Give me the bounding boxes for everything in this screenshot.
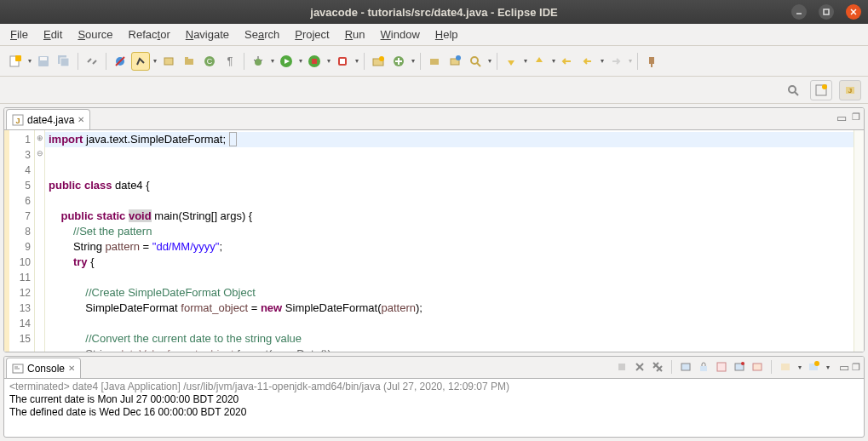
console-minimize-icon[interactable]: ▭ xyxy=(839,361,849,374)
console-maximize-icon[interactable]: ❐ xyxy=(852,362,860,373)
new-java-project-button[interactable] xyxy=(159,52,178,71)
show-on-output-button[interactable] xyxy=(732,359,747,375)
editor-tab-bar: J date4.java ✕ ▭ ❐ xyxy=(4,108,864,130)
word-wrap-button[interactable] xyxy=(714,359,729,375)
console-tab-close-icon[interactable]: ✕ xyxy=(68,364,75,373)
remove-launch-button[interactable] xyxy=(632,359,647,375)
svg-text:C: C xyxy=(207,57,213,66)
menu-refactor[interactable]: Refactor xyxy=(122,26,177,43)
svg-rect-26 xyxy=(340,59,345,64)
editor-tab-close-icon[interactable]: ✕ xyxy=(78,115,84,124)
quick-search-icon[interactable] xyxy=(784,81,802,100)
minimize-view-icon[interactable]: ▭ xyxy=(836,112,847,124)
ext-tools-dropdown[interactable]: ▾ xyxy=(353,57,360,65)
new-plugin-dropdown[interactable]: ▾ xyxy=(409,57,417,65)
last-edit-button[interactable] xyxy=(558,52,577,71)
java-perspective-button[interactable]: J xyxy=(839,80,861,100)
menu-run[interactable]: Run xyxy=(338,26,372,43)
new-java-project-button-2[interactable] xyxy=(369,52,388,71)
svg-rect-63 xyxy=(781,364,790,370)
console-tab-bar: Console ✕ ▾ ▾ ▭ ❐ xyxy=(4,357,864,379)
toggle-mark-occurrences-button[interactable] xyxy=(131,52,150,71)
open-console-button[interactable] xyxy=(806,359,821,375)
svg-point-32 xyxy=(456,55,461,60)
svg-rect-1 xyxy=(824,9,829,14)
open-perspective-button[interactable] xyxy=(810,80,832,100)
window-close-button[interactable] xyxy=(846,4,861,20)
svg-marker-35 xyxy=(508,60,514,66)
clear-console-button[interactable] xyxy=(678,359,693,375)
skip-breakpoints-button[interactable] xyxy=(111,52,129,71)
toggle-pilcrow-button[interactable]: ¶ xyxy=(221,52,239,71)
run-button[interactable] xyxy=(277,52,296,71)
menu-window[interactable]: Window xyxy=(374,26,427,43)
prev-annotation-dropdown[interactable]: ▾ xyxy=(549,57,557,65)
menu-help[interactable]: Help xyxy=(428,26,465,43)
console-launch-info: <terminated> date4 [Java Application] /u… xyxy=(9,381,859,393)
svg-point-65 xyxy=(814,361,819,366)
display-dropdown[interactable]: ▾ xyxy=(796,364,803,371)
menu-source[interactable]: Source xyxy=(71,26,119,43)
window-minimize-button[interactable] xyxy=(791,4,807,20)
debug-button[interactable] xyxy=(249,52,267,71)
window-titlebar: javacode - tutorials/src/date4.java - Ec… xyxy=(0,0,868,24)
show-on-error-button[interactable] xyxy=(750,359,765,375)
open-task-button[interactable] xyxy=(445,52,464,71)
forward-button[interactable] xyxy=(606,52,625,71)
new-package-button[interactable] xyxy=(180,52,198,71)
search-button[interactable] xyxy=(466,52,485,71)
new-dropdown[interactable]: ▾ xyxy=(26,57,33,65)
console-output[interactable]: <terminated> date4 [Java Application] /u… xyxy=(4,379,864,437)
link-editor-button[interactable] xyxy=(83,52,101,71)
console-tab[interactable]: Console ✕ xyxy=(6,358,81,378)
menu-file[interactable]: File xyxy=(3,26,35,43)
scroll-lock-button[interactable] xyxy=(696,359,711,375)
forward-dropdown[interactable]: ▾ xyxy=(626,57,634,65)
open-type-button[interactable] xyxy=(425,52,444,71)
remove-all-button[interactable] xyxy=(650,359,665,375)
svg-line-34 xyxy=(477,63,480,66)
editor-tab-date4[interactable]: J date4.java ✕ xyxy=(6,109,90,129)
open-console-dropdown[interactable]: ▾ xyxy=(824,364,831,371)
coverage-dropdown[interactable]: ▾ xyxy=(325,57,332,65)
svg-rect-59 xyxy=(717,363,726,371)
new-plugin-button[interactable] xyxy=(389,52,408,71)
back-button[interactable] xyxy=(578,52,597,71)
search-dropdown[interactable]: ▾ xyxy=(486,57,493,65)
debug-dropdown[interactable]: ▾ xyxy=(268,57,276,65)
console-output-line: The defined date is Wed Dec 16 00:00:00 … xyxy=(9,406,859,419)
svg-rect-30 xyxy=(430,59,439,65)
pin-editor-button[interactable] xyxy=(642,52,661,71)
menu-search[interactable]: Search xyxy=(238,26,286,43)
svg-rect-57 xyxy=(681,364,690,370)
line-number-gutter: 13456789101112131415 xyxy=(9,130,35,352)
prev-annotation-button[interactable] xyxy=(530,52,549,71)
svg-point-33 xyxy=(471,57,478,64)
console-pane: Console ✕ ▾ ▾ ▭ ❐ <terminated> date4 [Ja… xyxy=(3,356,865,438)
svg-rect-12 xyxy=(164,58,173,65)
terminate-button[interactable] xyxy=(614,359,629,375)
console-tab-label: Console xyxy=(27,363,65,375)
new-button[interactable] xyxy=(6,52,25,71)
fold-column[interactable]: ⊕⊖ xyxy=(35,130,45,352)
save-all-button[interactable] xyxy=(55,52,73,71)
back-dropdown[interactable]: ▾ xyxy=(598,57,606,65)
next-annotation-button[interactable] xyxy=(502,52,520,71)
next-annotation-dropdown[interactable]: ▾ xyxy=(521,57,529,65)
svg-rect-58 xyxy=(700,366,707,371)
code-body[interactable]: import java.text.SimpleDateFormat; publi… xyxy=(45,130,854,352)
menu-project[interactable]: Project xyxy=(288,26,336,43)
mark-dropdown[interactable]: ▾ xyxy=(151,57,158,65)
window-maximize-button[interactable] xyxy=(819,4,834,20)
save-button[interactable] xyxy=(34,52,53,71)
code-editor[interactable]: 13456789101112131415 ⊕⊖ import java.text… xyxy=(4,130,864,352)
run-dropdown[interactable]: ▾ xyxy=(296,57,304,65)
coverage-button[interactable] xyxy=(305,52,324,71)
maximize-view-icon[interactable]: ❐ xyxy=(852,112,860,124)
menu-edit[interactable]: Edit xyxy=(37,26,69,43)
ext-tools-button[interactable] xyxy=(333,52,352,71)
overview-ruler[interactable] xyxy=(854,130,864,352)
new-class-button[interactable]: C xyxy=(200,52,219,71)
menu-navigate[interactable]: Navigate xyxy=(179,26,236,43)
pin-console-button[interactable] xyxy=(778,359,793,375)
